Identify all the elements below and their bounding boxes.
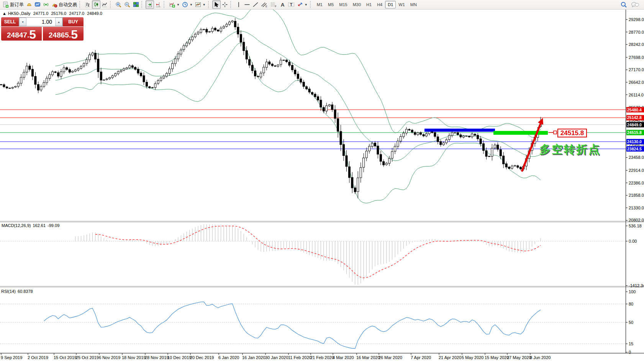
svg-text:A: A	[281, 2, 285, 8]
tab-m30[interactable]: M30	[350, 1, 364, 8]
price-tick: 21330.0	[629, 206, 644, 210]
clock-icon	[182, 2, 188, 8]
line-chart-mode-button[interactable]	[100, 0, 109, 9]
svg-text:F: F	[275, 5, 276, 8]
buy-price[interactable]: 24865.5	[43, 27, 84, 41]
toolbar-grip	[110, 1, 112, 8]
date-tick: 25 Oct 2019	[76, 355, 99, 360]
tab-d1[interactable]: D1	[385, 1, 396, 8]
chart-shift-icon	[155, 2, 161, 8]
search-icon[interactable]	[621, 2, 627, 8]
main-pane[interactable]	[0, 10, 626, 203]
templates-icon	[195, 2, 201, 8]
date-tick: 26 Mar 2020	[379, 355, 402, 360]
chart-area[interactable]: 29298.028770.028242.027698.027170.026642…	[0, 10, 644, 361]
line-chart-icon	[102, 2, 108, 8]
arrows-tool[interactable]: ▼	[296, 0, 309, 9]
periods-button[interactable]: ▼	[181, 0, 194, 9]
templates-caret[interactable]: ▼	[203, 3, 206, 7]
templates-button[interactable]: ▼	[194, 0, 207, 9]
bar-chart-icon	[85, 2, 91, 8]
gold-ingot-icon	[26, 2, 32, 8]
toolbar-grip	[208, 1, 210, 8]
periods-caret[interactable]: ▼	[190, 3, 193, 7]
tab-m5[interactable]: M5	[325, 1, 336, 8]
horizontal-line-tool[interactable]	[243, 0, 251, 9]
svg-text:24515.8: 24515.8	[627, 130, 642, 135]
bar-chart-mode-button[interactable]	[84, 0, 92, 9]
tile-windows-icon	[133, 2, 139, 8]
symbol-marker-icon: ▲	[2, 11, 7, 16]
svg-text:24849.0: 24849.0	[627, 123, 642, 127]
sell-price[interactable]: 24847.5	[1, 27, 42, 41]
rsi-tick: 50	[629, 320, 633, 325]
fibonacci-tool[interactable]: F	[269, 0, 278, 9]
autotrading-button[interactable]: 自动交易	[50, 0, 78, 9]
equidistant-channel-tool[interactable]: E	[260, 0, 269, 9]
date-tick: 15 Oct 2019	[54, 355, 77, 360]
price-tick: 22914.0	[629, 168, 644, 173]
volume-increase-button[interactable]: ▲	[55, 18, 62, 26]
signal-icon	[43, 2, 49, 8]
tab-h4[interactable]: H4	[374, 1, 385, 8]
indicators-caret[interactable]: ▼	[177, 3, 180, 7]
trend-arrow[interactable]	[522, 124, 541, 172]
arrows-caret[interactable]: ▼	[305, 3, 308, 7]
volume-decrease-button[interactable]: ▼	[19, 18, 26, 26]
channel-icon: E	[261, 2, 268, 8]
rsi-value: 60.8378	[18, 289, 33, 294]
price-tick: 28242.0	[629, 42, 644, 47]
price-tick: 23458.0	[629, 155, 644, 160]
macd-tick: -1412.34	[629, 283, 644, 288]
price-tick: 28770.0	[629, 30, 644, 34]
price-callout-box[interactable]: 24515.8	[557, 129, 587, 137]
chart-shift-button[interactable]	[154, 0, 162, 9]
callout-anchor[interactable]	[554, 131, 557, 134]
vertical-line-tool[interactable]	[234, 0, 243, 9]
indicators-button[interactable]: ▼	[168, 0, 181, 9]
date-tick: 4 Mar 2020	[333, 355, 354, 360]
zoom-out-button[interactable]	[123, 0, 132, 9]
market-watch-button[interactable]	[25, 0, 33, 9]
pivot-annotation-text[interactable]: 多空转折点	[539, 142, 601, 157]
tab-m1[interactable]: M1	[314, 1, 325, 8]
crosshair-tool-button[interactable]	[221, 0, 229, 9]
support-zone-green[interactable]	[493, 131, 548, 135]
price-tick: 20802.0	[629, 218, 644, 222]
cursor-tool-button[interactable]	[212, 0, 221, 9]
date-tick: 6 Jan 2020	[218, 355, 239, 360]
tab-m15[interactable]: M15	[336, 1, 350, 8]
zoom-in-button[interactable]	[114, 0, 123, 9]
tab-w1[interactable]: W1	[396, 1, 408, 8]
sell-button[interactable]: SELL	[1, 17, 19, 26]
candlestick-mode-button[interactable]	[92, 0, 100, 9]
bollinger-middle	[56, 31, 541, 161]
toolbar-grip	[310, 1, 312, 8]
terminal-button[interactable]	[33, 0, 42, 9]
macd-tick: 0.00	[629, 239, 637, 243]
macd-pane[interactable]	[0, 224, 626, 285]
crosshair-icon	[222, 2, 228, 8]
rsi-pane[interactable]	[0, 302, 626, 349]
buy-button[interactable]: BUY	[63, 17, 84, 26]
volume-input[interactable]: 1.00	[26, 18, 55, 26]
trendline-tool[interactable]	[251, 0, 260, 9]
text-label-tool[interactable]: T	[287, 0, 296, 9]
chat-icon[interactable]	[631, 2, 639, 8]
tile-windows-button[interactable]	[132, 0, 140, 9]
svg-text:E: E	[265, 5, 267, 8]
date-tick: 2 Oct 2019	[28, 355, 48, 360]
date-tick: 27 May 2020	[507, 355, 531, 360]
arrows-icon	[297, 2, 303, 8]
terminal-icon	[34, 2, 41, 8]
new-order-button[interactable]: 新订单	[2, 0, 25, 9]
cursor-icon	[213, 2, 220, 8]
text-tool[interactable]: A	[278, 0, 287, 9]
auto-scroll-button[interactable]	[146, 0, 154, 9]
tab-mn[interactable]: MN	[408, 1, 420, 8]
signal-button[interactable]	[42, 0, 50, 9]
svg-text:25142.8: 25142.8	[627, 115, 642, 120]
tab-h1[interactable]: H1	[364, 1, 374, 8]
date-tick: 16 Mar 2020	[356, 355, 380, 360]
resistance-zone-blue[interactable]	[424, 129, 495, 132]
